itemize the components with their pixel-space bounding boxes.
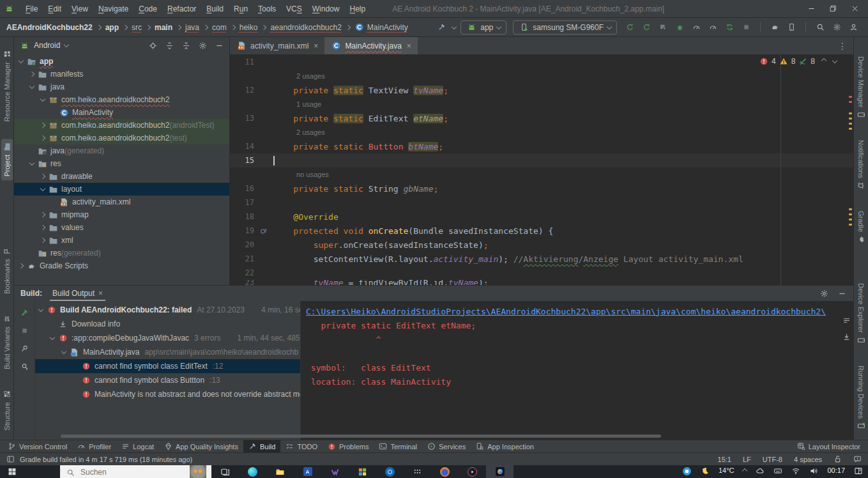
- settings-icon[interactable]: [819, 288, 829, 298]
- breadcrumb-item[interactable]: AEAndroidKochbuch22: [6, 23, 93, 32]
- previous-error-icon[interactable]: [821, 58, 826, 63]
- clock[interactable]: 00:17: [827, 466, 845, 474]
- taskbar-android-studio-icon[interactable]: [486, 465, 514, 478]
- close-icon[interactable]: ×: [98, 289, 103, 298]
- tool-window-button-app-inspection[interactable]: App Inspection: [471, 440, 539, 452]
- error-stripe-mark[interactable]: [849, 101, 852, 103]
- chevron-down-icon[interactable]: [61, 349, 66, 354]
- build-tree-item[interactable]: :app:compileDebugJavaWithJavac3 errors1 …: [35, 331, 300, 345]
- start-button[interactable]: [4, 465, 20, 478]
- menu-help[interactable]: Help: [344, 3, 370, 15]
- volume-icon[interactable]: [809, 466, 818, 475]
- search-highlight-image[interactable]: [190, 465, 206, 478]
- taskbar-edge-icon[interactable]: [239, 465, 266, 478]
- tool-window-button-terminal[interactable]: Terminal: [374, 440, 422, 452]
- tray-circle-icon[interactable]: [683, 466, 692, 475]
- breadcrumb-item[interactable]: src: [132, 23, 142, 32]
- error-stripe-mark[interactable]: [849, 118, 852, 120]
- tree-item-com-heiko-aeandroidkochbuch2[interactable]: com.heiko.aeandroidkochbuch2: [14, 93, 229, 106]
- stripe-button-bookmarks[interactable]: Bookmarks: [1, 243, 13, 298]
- chevron-right-icon[interactable]: [29, 72, 34, 77]
- breadcrumb-separator-icon[interactable]: [346, 24, 351, 29]
- code-line[interactable]: 23 tvName = findViewById(R.id.tvName);: [230, 280, 853, 285]
- inspections-widget[interactable]: 4 8 8: [759, 57, 837, 66]
- tool-window-button-problems[interactable]: Problems: [323, 440, 374, 452]
- taskbar-task-view-icon[interactable]: [211, 465, 239, 478]
- tree-item-mainactivity[interactable]: MainActivity: [14, 106, 229, 119]
- code-line[interactable]: 18 @Override: [230, 210, 853, 224]
- error-stripe-mark[interactable]: [849, 208, 852, 210]
- status-message[interactable]: Gradle build failed in 4 m 17 s 719 ms (…: [20, 456, 192, 463]
- code-line[interactable]: 14 private static Buttton btName;: [230, 139, 853, 153]
- apply-changes-icon[interactable]: [638, 20, 655, 35]
- build-console[interactable]: C:\Users\Heiko\AndroidStudioProjects\AEA…: [300, 301, 853, 440]
- settings-icon[interactable]: [828, 20, 845, 35]
- rerun-build-icon[interactable]: [19, 307, 29, 318]
- tree-item-activity-main-xml[interactable]: activity_main.xml: [14, 196, 229, 208]
- menu-vcs[interactable]: VCS: [281, 3, 307, 15]
- notification-icon[interactable]: [853, 455, 862, 463]
- device-select[interactable]: samsung SM-G960F: [513, 20, 617, 35]
- menu-refactor[interactable]: Refactor: [162, 3, 201, 15]
- gradle-sync-icon[interactable]: [766, 20, 783, 35]
- hide-icon[interactable]: [837, 288, 847, 298]
- tree-item-layout[interactable]: layout: [14, 183, 229, 196]
- menu-edit[interactable]: Edit: [43, 3, 66, 15]
- stripe-button-resource-manager[interactable]: Resource Manager: [1, 46, 13, 126]
- lock-open-icon[interactable]: [834, 455, 842, 463]
- code-line[interactable]: 20 super.onCreate(savedInstanceState);: [230, 238, 853, 252]
- menu-tools[interactable]: Tools: [253, 3, 281, 15]
- tool-window-button-layout-inspector[interactable]: Layout Inspector: [792, 440, 865, 452]
- code-line[interactable]: 17: [230, 196, 853, 210]
- build-tree-item[interactable]: cannot find symbol class EditText:12: [35, 359, 300, 373]
- code-line[interactable]: 12 private static TextView tvName;: [230, 83, 853, 97]
- expand-all-icon[interactable]: [164, 40, 174, 50]
- collapse-all-icon[interactable]: [181, 40, 191, 50]
- status-widget[interactable]: UTF-8: [763, 456, 782, 463]
- tree-item-mipmap[interactable]: mipmap: [14, 208, 229, 221]
- chevron-down-icon[interactable]: [38, 307, 43, 312]
- menu-build[interactable]: Build: [201, 3, 229, 15]
- chevron-down-icon[interactable]: [40, 96, 45, 102]
- profile-gauge-icon[interactable]: [704, 20, 721, 35]
- close-icon[interactable]: ×: [314, 42, 318, 50]
- profiler-icon[interactable]: [688, 20, 704, 35]
- menu-code[interactable]: Code: [133, 3, 162, 15]
- code-line[interactable]: 19 protected void onCreate(Bundle savedI…: [230, 224, 853, 238]
- scroll-to-end-icon[interactable]: [841, 332, 851, 342]
- code-line[interactable]: 15: [230, 153, 853, 167]
- weather-moon-icon[interactable]: [701, 466, 710, 475]
- taskbar-file-explorer-icon[interactable]: [266, 465, 294, 478]
- chevron-down-icon[interactable]: [19, 58, 24, 63]
- error-stripe-mark[interactable]: [849, 213, 852, 215]
- breadcrumb-item[interactable]: java: [185, 23, 199, 32]
- horizontal-scrollbar[interactable]: [61, 435, 661, 438]
- breadcrumb-separator-icon[interactable]: [176, 24, 181, 29]
- chevron-right-icon[interactable]: [40, 174, 45, 179]
- chevron-down-icon[interactable]: [50, 335, 55, 340]
- taskbar-firefox-icon[interactable]: [431, 465, 459, 478]
- tool-window-button-todo[interactable]: TODO: [280, 440, 323, 452]
- tree-item-xml[interactable]: xml: [14, 234, 229, 247]
- close-button[interactable]: [845, 2, 864, 16]
- onedrive-icon[interactable]: [756, 466, 765, 475]
- sync-project-icon[interactable]: [721, 20, 738, 35]
- chevron-right-icon[interactable]: [40, 212, 45, 217]
- stripe-button-gradle[interactable]: Gradle: [855, 207, 867, 248]
- menu-run[interactable]: Run: [229, 3, 253, 15]
- stop-icon[interactable]: [19, 325, 29, 335]
- error-stripe-mark[interactable]: [849, 224, 852, 226]
- tree-item-drawable[interactable]: drawable: [14, 170, 229, 183]
- tree-item-java[interactable]: java: [14, 81, 229, 93]
- chevron-down-icon[interactable]: [40, 186, 45, 191]
- breadcrumb-item[interactable]: app: [105, 23, 119, 32]
- code-editor[interactable]: 4 8 8 112 usages12 private static TextVi…: [230, 55, 853, 285]
- override-method-icon[interactable]: [259, 226, 269, 236]
- build-tree-item[interactable]: MainActivity.javaapp\src\main\java\com\h…: [35, 345, 300, 359]
- breadcrumb-separator-icon[interactable]: [261, 24, 266, 29]
- apply-code-changes-icon[interactable]: [655, 20, 671, 35]
- tree-item-java[interactable]: java (generated): [14, 144, 229, 157]
- hidden-icons-chevron-icon[interactable]: [742, 468, 747, 474]
- error-stripe-mark[interactable]: [849, 123, 852, 125]
- tool-window-button-version-control[interactable]: Version Control: [3, 440, 72, 452]
